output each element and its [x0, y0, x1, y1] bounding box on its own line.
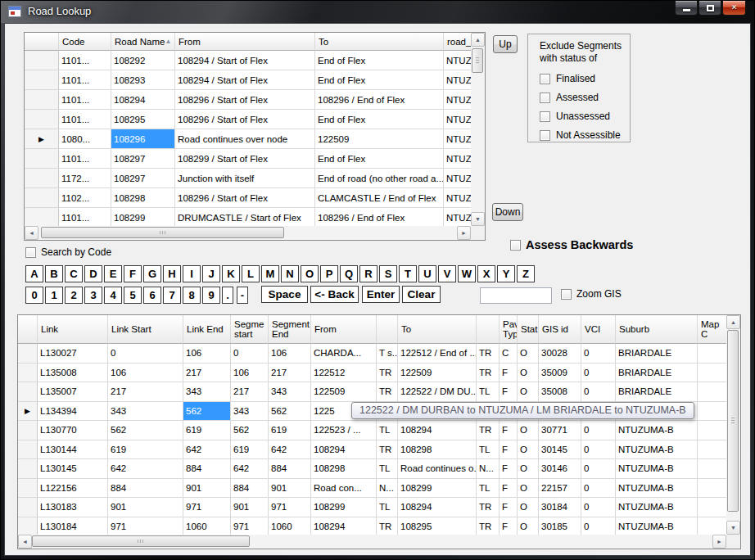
grid-cell[interactable]: 106: [183, 344, 231, 364]
grid-cell[interactable]: F: [500, 479, 518, 499]
scroll-right-button[interactable]: ►: [457, 226, 471, 240]
grid-cell[interactable]: CLAMCASTLE / End of Flex: [315, 188, 444, 208]
grid-cell[interactable]: F: [500, 382, 518, 402]
grid-cell[interactable]: 217: [269, 364, 311, 383]
grid-cell[interactable]: End of road (no other road a...: [315, 169, 444, 188]
grid-cell[interactable]: 884: [183, 459, 231, 479]
checkbox-box[interactable]: [540, 130, 550, 141]
grid-cell[interactable]: BRIARDALE: [616, 344, 698, 364]
key-clear[interactable]: Clear: [402, 286, 441, 303]
grid-cell[interactable]: NTUZ: [444, 110, 472, 129]
grid-cell[interactable]: O: [518, 459, 539, 479]
grid-cell[interactable]: NTUZ: [444, 169, 472, 188]
grid-cell[interactable]: TL: [477, 479, 500, 499]
grid-cell[interactable]: 108296 / Start of Flex: [175, 90, 315, 110]
down-button[interactable]: Down: [492, 203, 523, 221]
checkbox-finalised[interactable]: Finalised: [540, 73, 621, 84]
grid-cell[interactable]: 343: [231, 402, 269, 422]
key-t[interactable]: T: [399, 265, 417, 282]
key-o[interactable]: O: [301, 265, 319, 282]
grid-cell[interactable]: N...: [377, 479, 398, 499]
search-textbox[interactable]: [480, 287, 552, 304]
row-header[interactable]: [25, 51, 59, 70]
grid-cell[interactable]: 562: [108, 421, 183, 440]
row-header[interactable]: [18, 459, 38, 479]
column-header-gis-id[interactable]: GIS id: [539, 315, 581, 344]
vertical-scroll-thumb[interactable]: [472, 48, 483, 73]
grid-cell[interactable]: 35008: [539, 382, 581, 402]
grid-cell[interactable]: NTUZ: [444, 188, 472, 208]
key-e[interactable]: E: [104, 265, 122, 282]
key-g[interactable]: G: [143, 265, 161, 282]
grid-cell[interactable]: N...: [477, 459, 500, 479]
grid-cell[interactable]: L130770: [38, 421, 108, 440]
grid-cell[interactable]: NTUZ: [444, 208, 472, 228]
grid-cell[interactable]: 30184: [539, 498, 581, 517]
grid-cell[interactable]: [698, 402, 728, 422]
grid-cell[interactable]: 0: [581, 479, 616, 499]
grid-cell[interactable]: 122512: [311, 364, 377, 383]
key-h[interactable]: H: [163, 265, 181, 282]
column-header-link[interactable]: Link: [38, 315, 108, 344]
grid-cell[interactable]: O: [518, 421, 539, 440]
grid-cell[interactable]: TR: [477, 517, 500, 537]
grid-cell[interactable]: C: [500, 344, 518, 364]
column-header-code[interactable]: Code: [59, 33, 111, 51]
column-header-map-c[interactable]: Map C: [698, 315, 728, 344]
grid-cell[interactable]: BRIARDALE: [616, 364, 698, 383]
checkbox-box[interactable]: [540, 93, 550, 103]
key-dot[interactable]: .: [222, 287, 233, 304]
grid-cell[interactable]: 619: [183, 421, 231, 440]
grid-cell[interactable]: 901: [231, 498, 269, 517]
grid-cell[interactable]: 971: [231, 517, 269, 537]
grid-cell[interactable]: Road con...: [311, 479, 377, 499]
grid-cell[interactable]: 619: [269, 421, 311, 440]
grid-cell[interactable]: 108295: [111, 110, 175, 129]
grid-cell[interactable]: L135008: [38, 364, 108, 383]
key-3[interactable]: 3: [84, 287, 102, 304]
key-6[interactable]: 6: [143, 287, 161, 304]
column-header-segment-end[interactable]: Segment End: [269, 315, 311, 344]
grid-cell[interactable]: 22157: [539, 479, 581, 499]
grid-cell[interactable]: TR: [377, 440, 398, 460]
minimize-button[interactable]: [675, 1, 698, 16]
column-header-suburb[interactable]: Suburb: [616, 315, 698, 344]
grid-cell[interactable]: 108294: [311, 440, 377, 460]
key-x[interactable]: X: [477, 265, 495, 282]
search-by-code-box[interactable]: [25, 247, 36, 258]
checkbox-assessed[interactable]: Assessed: [540, 92, 621, 103]
grid-cell[interactable]: 0: [581, 382, 616, 402]
grid-cell[interactable]: TR: [477, 344, 500, 364]
assess-backwards-checkbox[interactable]: Assess Backwards: [510, 238, 633, 251]
grid-cell[interactable]: 1101...: [59, 149, 111, 169]
grid-cell[interactable]: 0: [581, 344, 616, 364]
grid-cell[interactable]: 562: [269, 402, 311, 422]
grid-cell[interactable]: 108293: [111, 70, 175, 90]
scroll-up-button[interactable]: ▲: [726, 315, 740, 329]
grid-cell[interactable]: NTUZUMA-B: [616, 498, 698, 517]
grid-cell[interactable]: TR: [477, 421, 500, 440]
row-header[interactable]: ▶: [25, 129, 59, 149]
grid-cell[interactable]: L135007: [38, 382, 108, 402]
grid-cell[interactable]: 108299: [398, 479, 477, 499]
grid-cell[interactable]: 108296: [111, 129, 175, 149]
grid-cell[interactable]: 217: [231, 382, 269, 402]
grid-cell[interactable]: 106: [231, 364, 269, 383]
grid-cell[interactable]: O: [518, 517, 539, 537]
row-header[interactable]: ▶: [18, 402, 38, 422]
grid-cell[interactable]: 1101...: [59, 51, 111, 70]
grid-cell[interactable]: 1172...: [59, 169, 111, 188]
column-header-road-name[interactable]: Road Name▲: [111, 33, 175, 51]
grid-cell[interactable]: 122523 / ...: [311, 421, 377, 440]
grid-cell[interactable]: NTUZUMA-B: [616, 517, 698, 537]
column-header-blank-6[interactable]: [377, 315, 398, 344]
grid-cell[interactable]: [698, 459, 728, 479]
key-k[interactable]: K: [222, 265, 240, 282]
grid-cell[interactable]: 901: [269, 479, 311, 499]
key-back[interactable]: <- Back: [310, 286, 359, 303]
row-header[interactable]: [18, 364, 38, 383]
scroll-left-button[interactable]: ◄: [18, 535, 32, 549]
grid-cell[interactable]: 1101...: [59, 110, 111, 129]
scroll-down-button[interactable]: ▼: [726, 521, 740, 535]
grid-cell[interactable]: 108296 / End of Flex: [315, 90, 444, 110]
